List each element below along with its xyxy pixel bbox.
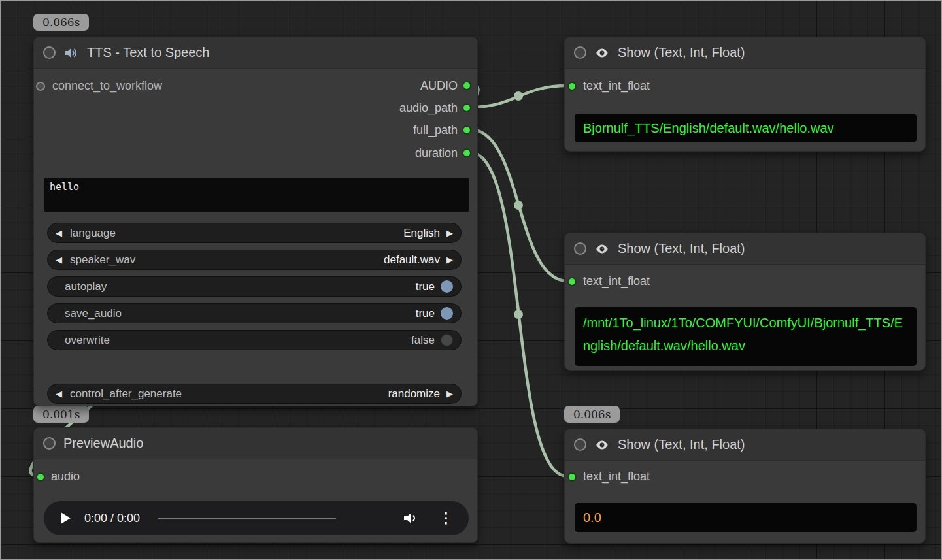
node-title: Show (Text, Int, Float) — [618, 45, 745, 60]
widget-speaker-wav[interactable]: ◀ speaker_wav default.wav ▶ — [47, 250, 462, 270]
widget-value: English — [403, 227, 440, 240]
node-show-text-int-float-2[interactable]: Show (Text, Int, Float) text_int_float /… — [564, 233, 926, 371]
output-label-audio-path: audio_path — [399, 100, 458, 116]
display-value-box[interactable]: 0.0 — [575, 503, 917, 532]
widget-control-after-generate[interactable]: ◀ control_after_generate randomize ▶ — [47, 384, 462, 404]
input-slot-text-int-float[interactable] — [567, 82, 577, 91]
collapse-toggle-icon[interactable] — [43, 46, 56, 59]
display-value-box[interactable]: Bjornulf_TTS/English/default.wav/hello.w… — [575, 114, 917, 142]
output-slot-full-path[interactable] — [462, 125, 471, 135]
collapse-toggle-icon[interactable] — [574, 46, 586, 59]
input-label: audio — [51, 469, 80, 484]
play-button[interactable] — [59, 512, 71, 525]
combo-prev-icon[interactable]: ◀ — [56, 228, 69, 238]
output-label-audio: AUDIO — [420, 78, 458, 93]
input-label: text_int_float — [583, 469, 650, 484]
widget-autoplay[interactable]: autoplay true — [47, 276, 462, 297]
node-header[interactable]: Show (Text, Int, Float) — [565, 233, 925, 265]
link-midpoint-dot[interactable] — [514, 91, 523, 101]
toggle-knob-on[interactable] — [441, 280, 453, 293]
node-header[interactable]: Show (Text, Int, Float) — [565, 37, 925, 69]
eye-icon — [594, 437, 610, 453]
node-preview-audio[interactable]: PreviewAudio audio 0:00 / 0:00 ⋮ — [33, 427, 478, 543]
widget-overwrite[interactable]: overwrite false — [47, 330, 462, 350]
output-slot-audio-path[interactable] — [462, 103, 471, 112]
node-header[interactable]: TTS - Text to Speech — [34, 37, 477, 69]
eye-icon — [594, 45, 610, 61]
node-tts-text-to-speech[interactable]: TTS - Text to Speech connect_to_workflow… — [33, 37, 478, 406]
combo-next-icon[interactable]: ▶ — [440, 228, 453, 238]
input-slot-audio[interactable] — [36, 472, 45, 482]
input-label: connect_to_workflow — [52, 78, 162, 93]
combo-next-icon[interactable]: ▶ — [440, 389, 453, 399]
combo-next-icon[interactable]: ▶ — [440, 255, 453, 265]
widget-save-audio[interactable]: save_audio true — [47, 303, 462, 323]
input-slot-connect-to-workflow[interactable] — [36, 82, 45, 91]
toggle-knob-off[interactable] — [441, 334, 453, 346]
input-label: text_int_float — [583, 273, 650, 289]
seek-slider[interactable] — [158, 518, 336, 519]
combo-prev-icon[interactable]: ◀ — [56, 389, 69, 399]
execution-time-badge: 0.001s — [33, 406, 89, 423]
node-graph-canvas[interactable]: 0.066s 0.001s 0.006s TTS - Text to Speec… — [0, 0, 942, 560]
node-title: Show (Text, Int, Float) — [618, 437, 745, 452]
widget-label: language — [70, 227, 116, 240]
input-label: text_int_float — [583, 78, 650, 93]
collapse-toggle-icon[interactable] — [43, 437, 56, 450]
audio-player-widget[interactable]: 0:00 / 0:00 ⋮ — [44, 501, 469, 535]
widget-value: default.wav — [384, 254, 440, 267]
eye-icon — [594, 241, 610, 257]
toggle-knob-on[interactable] — [441, 307, 453, 320]
text-input-field[interactable]: hello — [44, 178, 469, 212]
collapse-toggle-icon[interactable] — [574, 242, 586, 255]
widget-language[interactable]: ◀ language English ▶ — [47, 223, 462, 243]
widget-value: true — [416, 280, 435, 293]
playback-time: 0:00 / 0:00 — [84, 512, 140, 525]
widget-value: true — [416, 307, 435, 320]
widget-label: overwrite — [65, 334, 110, 347]
node-header[interactable]: PreviewAudio — [34, 428, 477, 459]
output-label-full-path: full_path — [413, 122, 458, 138]
node-title: PreviewAudio — [63, 436, 143, 451]
node-title: Show (Text, Int, Float) — [618, 241, 745, 256]
widget-label: autoplay — [65, 280, 107, 293]
widget-label: speaker_wav — [70, 254, 135, 267]
node-show-text-int-float-3[interactable]: Show (Text, Int, Float) text_int_float 0… — [564, 429, 926, 544]
speaker-waves-icon — [63, 45, 79, 61]
input-slot-text-int-float[interactable] — [567, 277, 577, 286]
node-show-text-int-float-1[interactable]: Show (Text, Int, Float) text_int_float B… — [564, 37, 926, 152]
execution-time-badge: 0.066s — [33, 14, 89, 31]
widget-value: false — [411, 334, 435, 347]
output-slot-duration[interactable] — [462, 148, 471, 157]
output-slot-audio[interactable] — [462, 81, 471, 90]
player-menu-icon[interactable]: ⋮ — [439, 511, 453, 525]
link-midpoint-dot[interactable] — [514, 310, 523, 319]
widget-label: control_after_generate — [70, 387, 182, 401]
link-midpoint-dot[interactable] — [514, 201, 523, 210]
collapse-toggle-icon[interactable] — [574, 438, 586, 451]
input-slot-text-int-float[interactable] — [567, 472, 577, 482]
volume-icon[interactable] — [402, 510, 419, 526]
widget-value: randomize — [388, 387, 440, 401]
widget-label: save_audio — [65, 307, 122, 320]
output-label-duration: duration — [415, 145, 458, 161]
execution-time-badge: 0.006s — [564, 406, 620, 423]
node-header[interactable]: Show (Text, Int, Float) — [565, 429, 925, 461]
combo-prev-icon[interactable]: ◀ — [56, 255, 69, 265]
node-title: TTS - Text to Speech — [87, 45, 210, 60]
display-value-box[interactable]: /mnt/1To_linux/1To/COMFYUI/ComfyUI/Bjorn… — [575, 307, 917, 366]
